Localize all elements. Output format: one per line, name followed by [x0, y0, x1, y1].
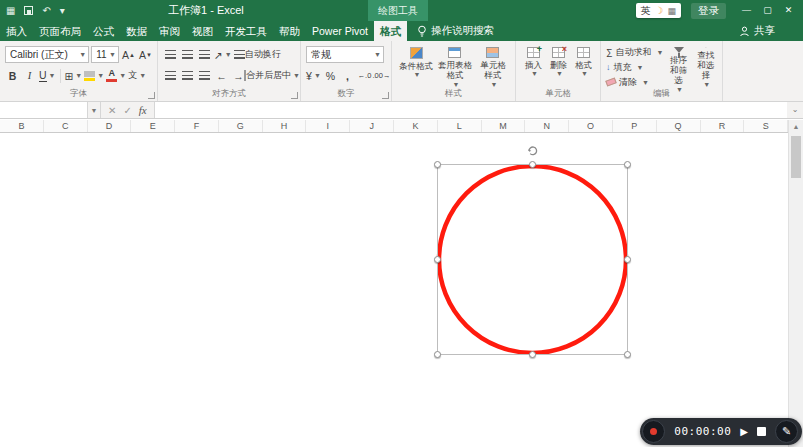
find-select-button[interactable]: 查找和选择▼ — [694, 44, 718, 89]
close-button[interactable]: ✕ — [778, 0, 799, 21]
column-header-M[interactable]: M — [482, 120, 526, 132]
column-header-F[interactable]: F — [175, 120, 219, 132]
minimize-button[interactable]: — — [736, 0, 757, 21]
sort-filter-button[interactable]: 排序和筛选▼ — [666, 44, 690, 89]
align-left-icon[interactable] — [163, 67, 178, 84]
comma-style-button[interactable]: , — [340, 67, 355, 84]
maximize-button[interactable]: ▢ — [757, 0, 778, 21]
clear-button[interactable]: 清除▼ — [606, 75, 663, 89]
decrease-decimal-button[interactable]: .00→ — [374, 67, 389, 84]
number-dialog-launcher-icon[interactable] — [382, 92, 389, 99]
insert-function-button[interactable]: fx — [139, 104, 147, 116]
resize-handle-middle-right[interactable] — [624, 256, 631, 263]
font-size-combo[interactable]: 11▼ — [91, 46, 119, 63]
column-header-O[interactable]: O — [569, 120, 613, 132]
decrease-indent-icon[interactable]: ← — [214, 67, 229, 84]
ribbon-tab-7[interactable]: 帮助 — [273, 21, 306, 41]
align-top-icon[interactable] — [163, 46, 178, 63]
ribbon-tab-6[interactable]: 开发工具 — [219, 21, 273, 41]
autosum-button[interactable]: ∑自动求和▼ — [606, 45, 663, 59]
delete-cells-button[interactable]: × 删除▼ — [546, 44, 571, 89]
font-color-button[interactable]: A▼ — [106, 67, 126, 84]
cancel-entry-icon[interactable]: ✕ — [108, 105, 116, 116]
sign-in-button[interactable]: 登录 — [691, 3, 726, 19]
scroll-up-icon[interactable]: ▲ — [789, 120, 803, 133]
fill-color-button[interactable]: ▼ — [84, 67, 104, 84]
column-header-S[interactable]: S — [744, 120, 788, 132]
column-header-E[interactable]: E — [131, 120, 175, 132]
qat-customize-icon[interactable]: ▾ — [60, 6, 65, 16]
column-header-Q[interactable]: Q — [657, 120, 701, 132]
resize-handle-top-left[interactable] — [434, 161, 441, 168]
ribbon-tab-0[interactable]: 插入 — [0, 21, 33, 41]
font-name-combo[interactable]: Calibri (正文)▼ — [5, 46, 89, 63]
format-as-table-button[interactable]: 套用表格格式▼ — [435, 44, 475, 89]
column-header-N[interactable]: N — [525, 120, 569, 132]
rotate-handle[interactable] — [526, 143, 539, 161]
confirm-entry-icon[interactable]: ✓ — [123, 105, 131, 116]
increase-decimal-button[interactable]: ←.0 — [357, 67, 372, 84]
wrap-text-button[interactable]: 自动换行 — [234, 46, 281, 63]
shrink-font-button[interactable]: A▼ — [138, 46, 153, 63]
bold-button[interactable]: B — [5, 67, 20, 84]
column-header-B[interactable]: B — [0, 120, 44, 132]
stop-icon[interactable] — [757, 427, 766, 436]
ribbon-tab-1[interactable]: 页面布局 — [33, 21, 87, 41]
save-icon[interactable] — [24, 6, 33, 15]
orientation-button[interactable]: ↗▼ — [214, 46, 232, 63]
align-right-icon[interactable] — [197, 67, 212, 84]
column-header-K[interactable]: K — [394, 120, 438, 132]
grow-font-button[interactable]: A▲ — [121, 46, 136, 63]
italic-button[interactable]: I — [22, 67, 37, 84]
conditional-formatting-button[interactable]: 条件格式▼ — [397, 44, 435, 89]
moon-icon[interactable]: ☽ — [655, 5, 664, 16]
column-header-H[interactable]: H — [263, 120, 307, 132]
ribbon-tab-3[interactable]: 数据 — [120, 21, 153, 41]
keyboard-icon[interactable]: ▦ — [667, 6, 676, 16]
ribbon-tab-5[interactable]: 视图 — [186, 21, 219, 41]
column-header-P[interactable]: P — [613, 120, 657, 132]
align-center-icon[interactable] — [180, 67, 195, 84]
play-icon[interactable]: ▶ — [740, 427, 748, 437]
merge-center-button[interactable]: 合并后居中▼ — [248, 67, 296, 84]
resize-handle-top-middle[interactable] — [529, 161, 536, 168]
column-header-C[interactable]: C — [44, 120, 88, 132]
worksheet-grid[interactable] — [0, 133, 788, 447]
column-header-I[interactable]: I — [306, 120, 350, 132]
phonetic-guide-button[interactable]: 文▼ — [128, 67, 146, 84]
ribbon-tab-8[interactable]: Power Pivot — [306, 21, 374, 41]
insert-cells-button[interactable]: + 插入▼ — [521, 44, 546, 89]
formula-input[interactable] — [154, 102, 787, 118]
ribbon-tab-9[interactable]: 格式 — [374, 21, 407, 41]
column-header-J[interactable]: J — [350, 120, 394, 132]
number-format-combo[interactable]: 常规▼ — [306, 46, 384, 63]
ribbon-tab-2[interactable]: 公式 — [87, 21, 120, 41]
name-box-dropdown-icon[interactable]: ▼ — [88, 102, 101, 118]
borders-button[interactable]: ⊞▼ — [65, 67, 83, 84]
alignment-dialog-launcher-icon[interactable] — [291, 92, 298, 99]
resize-handle-bottom-left[interactable] — [434, 351, 441, 358]
resize-handle-top-right[interactable] — [624, 161, 631, 168]
align-bottom-icon[interactable] — [197, 46, 212, 63]
name-box[interactable] — [0, 102, 88, 118]
format-cells-button[interactable]: 格式▼ — [571, 44, 596, 89]
tell-me-search[interactable]: 操作说明搜索 — [417, 21, 494, 41]
ime-toolbar[interactable]: 英 ☽ ▦ — [636, 3, 681, 18]
resize-handle-bottom-right[interactable] — [624, 351, 631, 358]
resize-handle-bottom-middle[interactable] — [529, 351, 536, 358]
column-header-L[interactable]: L — [438, 120, 482, 132]
ime-language-indicator[interactable]: 英 — [641, 4, 651, 18]
ribbon-tab-4[interactable]: 审阅 — [153, 21, 186, 41]
underline-button[interactable]: U▼ — [39, 67, 56, 84]
share-button[interactable]: 共享 — [739, 21, 775, 41]
resize-handle-middle-left[interactable] — [434, 256, 441, 263]
undo-icon[interactable]: ↶ — [42, 6, 50, 16]
font-dialog-launcher-icon[interactable] — [148, 92, 155, 99]
expand-formula-bar-icon[interactable]: ⌄ — [787, 102, 803, 118]
column-header-D[interactable]: D — [88, 120, 132, 132]
column-header-G[interactable]: G — [219, 120, 263, 132]
vertical-scrollbar[interactable]: ▲ — [788, 120, 803, 447]
app-icon[interactable]: ▦ — [6, 6, 15, 16]
cell-styles-button[interactable]: 单元格样式▼ — [475, 44, 511, 89]
percent-style-button[interactable]: % — [323, 67, 338, 84]
